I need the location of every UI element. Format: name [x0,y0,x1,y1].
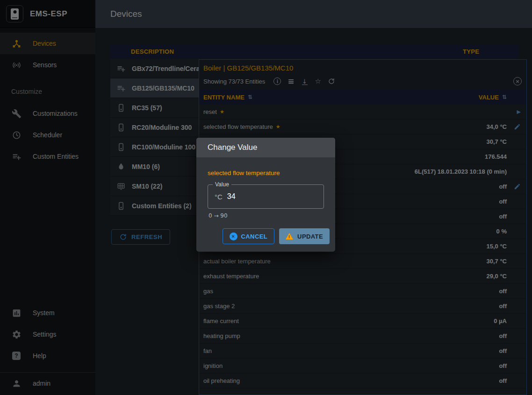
cancel-button[interactable]: × CANCEL [223,228,275,244]
dialog-body: selected flow temperature Value °C 0 → 9… [196,157,335,219]
dialog-title: Change Value [196,138,335,157]
update-button[interactable]: ! UPDATE [279,228,330,244]
warning-triangle-icon: ! [286,233,293,240]
value-input[interactable] [227,192,283,201]
value-field[interactable]: Value °C [208,184,324,209]
unit-adornment: °C [215,193,223,201]
value-field-label: Value [213,181,231,188]
dialog-actions: × CANCEL ! UPDATE [196,219,335,252]
change-value-dialog: Change Value selected flow temperature V… [196,138,335,252]
entity-label: selected flow temperature [208,169,324,176]
range-hint: 0 → 90 [208,212,324,219]
cancel-circle-x-icon: × [230,233,237,240]
ems-esp-app: EMS-ESP Devices Sensors Customize Custom… [0,0,532,395]
